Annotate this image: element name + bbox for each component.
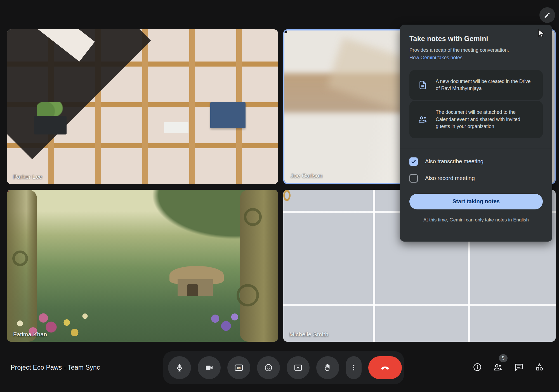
- info-card-document: A new document will be created in the Dr…: [409, 70, 543, 100]
- bookshelf-background: [7, 29, 278, 184]
- plant-decoration: [37, 102, 64, 117]
- meeting-side-controls: 5: [469, 359, 548, 376]
- camera-icon: [205, 363, 214, 372]
- activities-button[interactable]: [531, 359, 548, 376]
- microphone-icon: [175, 363, 184, 372]
- more-options-button[interactable]: [346, 356, 362, 379]
- camera-button[interactable]: [198, 356, 221, 379]
- panel-title: Take notes with Gemini: [409, 35, 543, 43]
- present-screen-icon: [294, 363, 303, 372]
- captions-button[interactable]: cc: [227, 356, 250, 379]
- mouse-cursor: [537, 29, 546, 39]
- planter-box: [34, 116, 67, 134]
- people-share-icon: [417, 114, 429, 125]
- end-call-icon: [380, 363, 390, 373]
- participant-name-label: Joe Carlson: [291, 172, 322, 179]
- panel-description: Provides a recap of the meeting conversa…: [409, 47, 543, 54]
- microphone-button[interactable]: [168, 356, 191, 379]
- option-transcribe-meeting[interactable]: Also transcribe meeting: [409, 157, 543, 166]
- participant-name-label: Fatima Khan: [13, 331, 47, 338]
- meeting-bottom-bar: Project Eco Paws - Team Sync: [0, 343, 559, 392]
- vine-swirl: [244, 208, 262, 226]
- end-call-button[interactable]: [368, 356, 402, 379]
- info-icon: [473, 362, 482, 372]
- cottage-door: [187, 284, 198, 296]
- video-tile-fatima-khan[interactable]: Fatima Khan: [7, 190, 278, 342]
- checkbox-unchecked-icon[interactable]: [409, 174, 418, 183]
- start-taking-notes-button[interactable]: Start taking notes: [409, 194, 543, 209]
- info-card-text: A new document will be created in the Dr…: [436, 78, 536, 92]
- vine-swirl: [237, 284, 259, 306]
- info-card-text: The document will be attached to the Cal…: [436, 109, 536, 130]
- video-tile-parker-lee[interactable]: Parker Lee: [7, 29, 278, 184]
- info-card-sharing: The document will be attached to the Cal…: [409, 101, 543, 138]
- panel-footnote: At this time, Gemini can only take notes…: [409, 217, 543, 223]
- person-earring: [283, 190, 291, 201]
- storage-box: [210, 102, 246, 128]
- meeting-title: Project Eco Paws - Team Sync: [11, 364, 100, 371]
- books-decoration: [164, 122, 188, 133]
- gemini-notes-panel: Take notes with Gemini Provides a recap …: [400, 25, 552, 242]
- person-smile: [7, 190, 9, 192]
- option-record-meeting[interactable]: Also record meeting: [409, 174, 543, 183]
- forest-illustration-background: [7, 190, 278, 342]
- more-options-icon: [350, 364, 358, 372]
- meeting-details-button[interactable]: [469, 359, 486, 376]
- option-label: Also transcribe meeting: [425, 158, 483, 165]
- info-cards: A new document will be created in the Dr…: [409, 70, 543, 138]
- participant-name-label: Parker Lee: [13, 173, 43, 180]
- people-icon: [493, 362, 503, 372]
- present-screen-button[interactable]: [287, 356, 310, 379]
- pencil-sparkle-icon: [543, 11, 551, 19]
- reactions-button[interactable]: [257, 356, 280, 379]
- document-icon: [417, 80, 429, 90]
- purple-flowers: [202, 305, 246, 339]
- smiley-icon: [264, 363, 273, 372]
- activities-icon: [535, 362, 544, 372]
- svg-text:cc: cc: [237, 366, 241, 370]
- take-notes-button[interactable]: [539, 7, 555, 23]
- panel-divider: [400, 149, 552, 149]
- google-meet-window: Parker Lee Joe Carlson: [0, 0, 559, 392]
- checkbox-checked-icon[interactable]: [409, 157, 418, 166]
- chat-icon: [514, 362, 523, 372]
- captions-icon: cc: [234, 363, 244, 372]
- chat-button[interactable]: [510, 359, 527, 376]
- people-button[interactable]: 5: [490, 359, 506, 376]
- call-controls: cc: [163, 351, 404, 384]
- option-label: Also record meeting: [425, 175, 475, 181]
- participant-name-label: Michelle Smith: [289, 331, 328, 338]
- participant-count-badge: 5: [499, 354, 508, 362]
- raise-hand-button[interactable]: [316, 356, 339, 379]
- how-gemini-takes-notes-link[interactable]: How Gemini takes notes: [409, 55, 463, 61]
- raised-hand-icon: [323, 363, 332, 372]
